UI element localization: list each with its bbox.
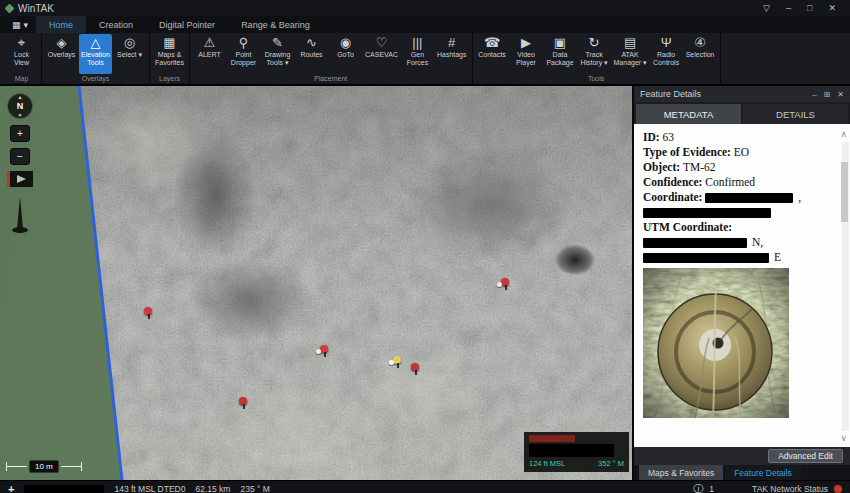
- app-menu-grid-icon: ▦: [12, 20, 21, 30]
- tab-details[interactable]: DETAILS: [743, 104, 848, 124]
- compass-north-icon[interactable]: N: [7, 93, 33, 119]
- menu-tab-row: ▦ ▾ HomeCreationDigital PointerRange & B…: [0, 16, 850, 33]
- panel-menu-icon[interactable]: –: [812, 90, 816, 99]
- minimize-button[interactable]: –: [786, 3, 791, 13]
- point-dropper-button[interactable]: ⚲Point Dropper: [227, 34, 260, 74]
- drawing-tools-button[interactable]: ✎Drawing Tools ▾: [261, 34, 294, 74]
- feature-field: Confidence: Confirmed: [643, 175, 834, 190]
- map-marker-pin[interactable]: [393, 356, 403, 370]
- globe-icon: ◉: [340, 35, 351, 51]
- mountain-icon: △: [91, 35, 101, 51]
- hashtag-icon: #: [448, 35, 455, 51]
- ribbon-button-label: Overlays: [48, 51, 76, 59]
- imagery-boundary-line: [0, 86, 632, 480]
- map-marker-pin[interactable]: [411, 363, 421, 377]
- alert-button[interactable]: ⚠ALERT: [193, 34, 226, 74]
- hud-bearing: 352 ° M: [598, 459, 624, 468]
- select-button[interactable]: ◎Select ▾: [113, 34, 146, 74]
- zoom-in-button[interactable]: +: [10, 125, 30, 142]
- dock-tab-maps-favorites[interactable]: Maps & Favorites: [639, 465, 723, 480]
- route-icon: ∿: [306, 35, 317, 51]
- maps-favorites-button[interactable]: ▦Maps & Favorites: [153, 34, 186, 74]
- redacted-value: [705, 193, 793, 203]
- goto-button[interactable]: ◉GoTo: [329, 34, 362, 74]
- data-package-button[interactable]: ▣Data Package: [544, 34, 577, 74]
- panel-scrollbar[interactable]: [842, 142, 849, 431]
- panel-close-icon[interactable]: ✕: [837, 90, 844, 99]
- selection-button[interactable]: ④Selection: [684, 34, 717, 74]
- network-status-indicator: [834, 485, 842, 493]
- ribbon-button-label: Track History ▾: [580, 51, 607, 67]
- track-history-button[interactable]: ↻Track History ▾: [578, 34, 611, 74]
- wintak-window: WinTAK ▽ – □ ✕ ▦ ▾ HomeCreationDigital P…: [0, 0, 850, 493]
- ribbon-group-placement: ⚠ALERT⚲Point Dropper✎Drawing Tools ▾∿Rou…: [190, 33, 473, 84]
- ribbon-dropdown-icon[interactable]: ▽: [763, 3, 770, 13]
- contacts-button[interactable]: ☎Contacts: [476, 34, 509, 74]
- redacted-value: [643, 253, 769, 263]
- stake-marker-icon[interactable]: [12, 197, 28, 233]
- data-package-icon: ▣: [554, 35, 566, 51]
- scale-label: 10 m: [29, 460, 59, 473]
- tab-home[interactable]: Home: [36, 16, 86, 33]
- panel-tabs: METADATA DETAILS: [634, 102, 850, 124]
- contacts-icon: ☎: [484, 35, 500, 51]
- elevation-tools-button[interactable]: △Elevation Tools: [79, 34, 112, 74]
- map-marker-pin[interactable]: [501, 278, 511, 292]
- app-menu-button[interactable]: ▦ ▾: [4, 16, 36, 33]
- maximize-button[interactable]: □: [807, 3, 812, 13]
- lock-view-button[interactable]: ⌖Lock View: [5, 34, 38, 74]
- evidence-photo: [643, 268, 789, 418]
- map-marker-pin[interactable]: [320, 345, 330, 359]
- medical-heart-icon: ♡: [376, 35, 388, 51]
- video-play-icon: ▶: [521, 35, 531, 51]
- info-icon[interactable]: ⓘ: [693, 482, 703, 493]
- zoom-out-button[interactable]: −: [10, 148, 30, 165]
- status-elevation: 143 ft MSL DTED0: [114, 484, 185, 493]
- ribbon-group-label: Layers: [153, 74, 186, 84]
- video-player-button[interactable]: ▶Video Player: [510, 34, 543, 74]
- circled-4-icon: ④: [694, 35, 706, 51]
- atak-manager-button[interactable]: ▤ATAK Manager ▾: [612, 34, 649, 74]
- ribbon-button-label: Video Player: [516, 51, 536, 67]
- gen-forces-button[interactable]: |||Gen Forces: [401, 34, 434, 74]
- feature-fields: ID: 63Type of Evidence: EOObject: TM-62C…: [643, 130, 834, 265]
- feature-field: Type of Evidence: EO: [643, 145, 834, 160]
- chevron-down-icon: ▾: [24, 20, 29, 30]
- tab-creation[interactable]: Creation: [86, 16, 146, 33]
- status-bar: + 143 ft MSL DTED0 62.15 km 235 ° M ⓘ 1 …: [0, 480, 850, 493]
- overlays-button[interactable]: ◈Overlays: [45, 34, 78, 74]
- ribbon-group-tools: ☎Contacts▶Video Player▣Data Package↻Trac…: [473, 33, 721, 84]
- hud-altitude: 124 ft MSL: [529, 459, 565, 468]
- network-status-label[interactable]: TAK Network Status: [752, 484, 828, 493]
- panel-pin-icon[interactable]: ⊞: [824, 90, 831, 99]
- casevac-button[interactable]: ♡CASEVAC: [363, 34, 400, 74]
- tab-range-bearing[interactable]: Range & Bearing: [228, 16, 323, 33]
- dock-tab-feature-details[interactable]: Feature Details: [725, 465, 801, 480]
- ribbon-button-label: Gen Forces: [407, 51, 428, 67]
- ribbon-button-label: CASEVAC: [365, 51, 398, 59]
- tab-digital-pointer[interactable]: Digital Pointer: [146, 16, 228, 33]
- map-marker-pin[interactable]: [144, 307, 154, 321]
- status-distance: 62.15 km: [195, 484, 230, 493]
- ribbon-button-label: Contacts: [478, 51, 506, 59]
- ribbon-group-label: Overlays: [45, 74, 146, 84]
- ribbon-group-label: Tools: [476, 74, 717, 84]
- scroll-up-icon[interactable]: ∧: [840, 129, 847, 139]
- feature-field: Object: TM-62: [643, 160, 834, 175]
- tab-metadata[interactable]: METADATA: [636, 104, 741, 124]
- map-viewport[interactable]: N + − 10 m 124 ft MSL: [0, 86, 632, 480]
- ribbon-group-map: ⌖Lock ViewMap: [2, 33, 42, 84]
- ribbon-button-label: ALERT: [198, 51, 220, 59]
- feature-field: ID: 63: [643, 130, 834, 145]
- radio-controls-button[interactable]: ΨRadio Controls: [650, 34, 683, 74]
- map-marker-pin[interactable]: [239, 397, 249, 411]
- position-hud: 124 ft MSL 352 ° M: [524, 432, 629, 472]
- scroll-down-icon[interactable]: ∨: [840, 433, 847, 443]
- close-button[interactable]: ✕: [828, 3, 836, 13]
- advanced-edit-button[interactable]: Advanced Edit: [768, 449, 843, 463]
- hashtags-button[interactable]: #Hashtags: [435, 34, 469, 74]
- window-title: WinTAK: [18, 3, 54, 14]
- routes-button[interactable]: ∿Routes: [295, 34, 328, 74]
- feature-field: E: [643, 250, 834, 265]
- elevation-flag-tool-icon[interactable]: [7, 171, 33, 187]
